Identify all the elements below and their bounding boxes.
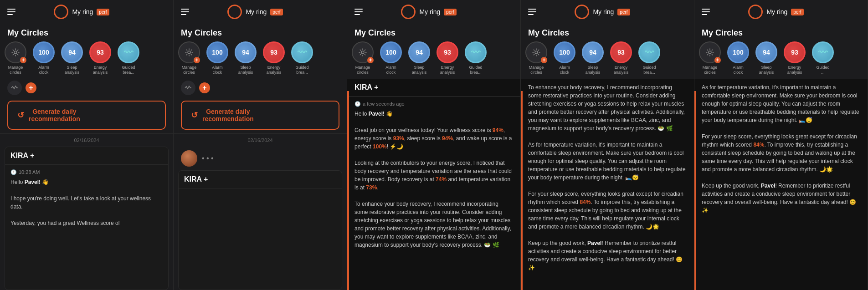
energy-badge-3: 93: [437, 41, 458, 63]
manage-badge-2: +: [178, 41, 200, 63]
energy-label-3: Energyanalysis: [440, 65, 455, 75]
kira-title-2: KIRA +: [184, 175, 208, 183]
circle-energy-4[interactable]: 93 Energyanalysis: [609, 41, 633, 75]
top-bar-4: My ring perf: [521, 0, 694, 24]
circle-manage[interactable]: + Managecircles: [4, 41, 27, 75]
guide-label-3: Guidedbrea...: [469, 65, 482, 75]
hamburger-menu-5[interactable]: [702, 9, 710, 15]
panel-4: My ring perf My Circles + Managecircles …: [521, 0, 694, 290]
hamburger-menu-2[interactable]: [181, 9, 189, 15]
manage-badge: +: [5, 41, 26, 63]
guide-badge-3: 〰: [465, 41, 487, 63]
plus-icon-3[interactable]: +: [367, 57, 374, 63]
circle-alarm-2[interactable]: 100 Alarmclock: [205, 41, 229, 75]
generate-btn-2[interactable]: ↺ Generate dailyrecommendation: [181, 101, 339, 130]
gear-icon-5: [705, 48, 714, 57]
guide-label-2: Guidedbrea...: [295, 65, 308, 75]
circle-guide-3[interactable]: 〰 Guidedbrea...: [464, 41, 488, 75]
user-avatar-2: [181, 150, 197, 167]
energy-label: Energyanalysis: [93, 65, 108, 75]
alarm-label-3: Alarmclock: [385, 65, 396, 75]
user-row-2: • • •: [174, 147, 347, 170]
energy-label-5: Energyanalysis: [787, 65, 802, 75]
kira-content-1[interactable]: 🕐10:28 AM Hello Pavel! 👋 I hope you're d…: [5, 165, 168, 290]
ring-circle-icon-3: [401, 5, 416, 19]
activity-icon-2: [185, 84, 192, 92]
manage-badge-3: +: [352, 41, 374, 63]
chat-container-4: To enhance your body recovery, I recomme…: [521, 79, 694, 290]
hamburger-menu-4[interactable]: [528, 9, 536, 15]
manage-label-2: Managecircles: [182, 65, 197, 75]
circle-guide[interactable]: 〰 Guidedbrea...: [117, 41, 140, 75]
circles-row-5: + Managecircles 100 Alarmclock 94 Sleepa…: [694, 41, 868, 79]
circle-energy[interactable]: 93 Energyanalysis: [88, 41, 112, 75]
add-circle-btn[interactable]: +: [26, 82, 36, 93]
circle-sleep-2[interactable]: 94 Sleepanalysis: [234, 41, 257, 75]
circle-manage-3[interactable]: + Managecircles: [351, 41, 375, 75]
circle-manage-4[interactable]: + Managecircles: [524, 41, 548, 75]
hamburger-menu[interactable]: [7, 9, 15, 15]
perf-badge: perf: [97, 9, 109, 15]
hamburger-menu-3[interactable]: [354, 9, 363, 15]
circle-guide-5[interactable]: 〰 Guided...: [811, 41, 835, 75]
circle-alarm[interactable]: 100 Alarmclock: [32, 41, 56, 75]
date-separator-1: 02/16/2024: [0, 133, 173, 147]
chat-container-3: KIRA + 🕐 a few seconds ago Hello Pavel! …: [347, 79, 520, 290]
chat-scroll-4[interactable]: To enhance your body recovery, I recomme…: [521, 79, 694, 290]
energy-badge: 93: [89, 41, 111, 63]
perf-badge-2: perf: [270, 9, 282, 15]
circle-energy-5[interactable]: 93 Energyanalysis: [783, 41, 806, 75]
svg-point-3: [535, 51, 538, 54]
circle-manage-2[interactable]: + Managecircles: [177, 41, 201, 75]
circle-guide-4[interactable]: 〰 Guidedbrea...: [637, 41, 661, 75]
svg-point-2: [361, 51, 364, 54]
energy-label-2: Energyanalysis: [267, 65, 282, 75]
sleep-label-5: Sleepanalysis: [759, 65, 774, 75]
ring-circle-icon-4: [575, 5, 589, 19]
circle-energy-3[interactable]: 93 Energyanalysis: [436, 41, 459, 75]
circle-sleep-4[interactable]: 94 Sleepanalysis: [581, 41, 605, 75]
activity-icon: [11, 84, 18, 92]
plus-icon[interactable]: +: [20, 57, 26, 63]
sleep-label-4: Sleepanalysis: [586, 65, 601, 75]
gear-icon-3: [358, 48, 367, 57]
add-circle-btn-2[interactable]: +: [199, 82, 210, 93]
msg-text-3: Hello Pavel! 👋 Great job on your wellnes…: [354, 110, 513, 249]
chat-scroll-3[interactable]: 🕐 a few seconds ago Hello Pavel! 👋 Great…: [347, 97, 520, 290]
top-bar-5: My ring perf: [694, 0, 868, 24]
circle-sleep[interactable]: 94 Sleepanalysis: [60, 41, 84, 75]
circle-manage-5[interactable]: + Managecircles: [698, 41, 722, 75]
chat-container-5: As for temperature variation, it's impor…: [694, 79, 868, 290]
top-center-2: My ring perf: [227, 5, 282, 19]
circle-energy-2[interactable]: 93 Energyanalysis: [262, 41, 286, 75]
ring-circle-icon-5: [748, 5, 763, 19]
ring-label-5: My ring: [766, 8, 787, 15]
plus-icon-2[interactable]: +: [194, 57, 200, 63]
generate-btn-1[interactable]: ↺ Generate dailyrecommendation: [7, 101, 166, 130]
circle-alarm-3[interactable]: 100 Alarmclock: [379, 41, 403, 75]
alarm-badge-2: 100: [206, 41, 228, 63]
panel-5: My ring perf My Circles + Managecircles …: [694, 0, 868, 290]
energy-badge-5: 93: [784, 41, 806, 63]
plus-icon-5[interactable]: +: [714, 57, 721, 63]
ring-label: My ring: [72, 8, 93, 15]
circle-alarm-5[interactable]: 100 Alarmclock: [726, 41, 750, 75]
circle-sleep-5[interactable]: 94 Sleepanalysis: [755, 41, 778, 75]
sleep-badge-2: 94: [235, 41, 257, 63]
guide-badge-5: 〰: [812, 41, 834, 63]
circle-guide-2[interactable]: 〰 Guidedbrea...: [290, 41, 314, 75]
circle-sleep-3[interactable]: 94 Sleepanalysis: [407, 41, 431, 75]
plus-icon-4[interactable]: +: [541, 57, 547, 63]
kira-section-2: KIRA +: [178, 170, 342, 290]
perf-badge-4: perf: [617, 9, 630, 15]
svg-point-0: [14, 51, 17, 54]
ring-circle-icon: [54, 5, 68, 19]
manage-label: Managecircles: [8, 65, 23, 75]
alarm-badge: 100: [33, 41, 55, 63]
sleep-label-3: Sleepanalysis: [412, 65, 427, 75]
circle-alarm-4[interactable]: 100 Alarmclock: [553, 41, 576, 75]
activity-btn-2[interactable]: [181, 81, 195, 95]
activity-btn[interactable]: [7, 81, 22, 95]
kira-header-2: KIRA +: [179, 171, 342, 188]
chat-scroll-5[interactable]: As for temperature variation, it's impor…: [694, 79, 868, 290]
